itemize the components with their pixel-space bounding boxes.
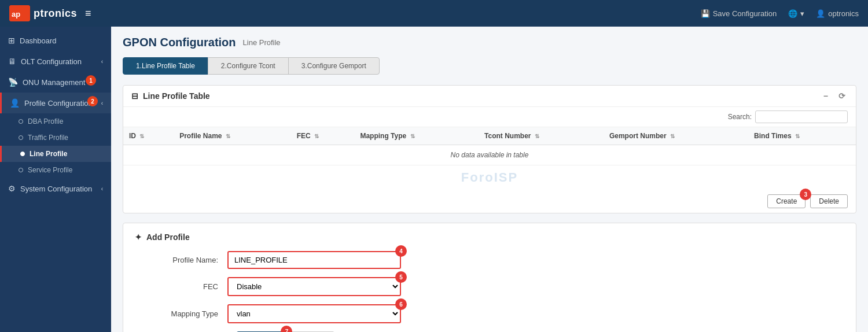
add-profile-title: ✦ Add Profile [135, 233, 844, 242]
mapping-type-label: Mapping Type [135, 309, 227, 318]
sidebar-sub-label: Service Profile [28, 166, 72, 174]
add-profile-label: Add Profile [146, 233, 190, 242]
col-fec[interactable]: FEC ⇅ [291, 127, 355, 145]
profile-name-input[interactable] [227, 251, 401, 269]
navbar-right: 💾 Save Configuration 🌐 ▾ 👤 optronics [701, 9, 859, 18]
main-layout: ⊞ Dashboard 🖥 OLT Configuration ‹ 📡 ONU … [0, 27, 868, 332]
add-profile-section: ✦ Add Profile Profile Name: 4 FEC Disabl… [123, 223, 856, 332]
minimize-icon[interactable]: − [821, 90, 830, 102]
chevron-left-icon: ‹ [101, 186, 103, 192]
tab-step2-label: 2.Configure Tcont [221, 62, 275, 70]
table-section-header: ⊟ Line Profile Table − ⟳ [123, 86, 856, 107]
onu-icon: 📡 [8, 78, 18, 87]
sidebar: ⊞ Dashboard 🖥 OLT Configuration ‹ 📡 ONU … [0, 27, 111, 332]
hamburger-icon[interactable]: ≡ [85, 8, 91, 20]
chevron-left-icon: ‹ [101, 58, 103, 65]
profile-name-label: Profile Name: [135, 256, 227, 264]
content-area: GPON Configuration Line Profile 1.Line P… [111, 27, 868, 332]
annotation-7: 7 [281, 326, 292, 332]
tab-step3[interactable]: 3.Configure Gemport [288, 57, 380, 75]
sidebar-item-service-profile[interactable]: Service Profile [0, 162, 111, 178]
sidebar-item-line-profile[interactable]: Line Profile [0, 146, 111, 162]
col-mapping-type[interactable]: Mapping Type ⇅ [354, 127, 479, 145]
line-profile-table-card: ⊟ Line Profile Table − ⟳ Search: ID ⇅ [123, 85, 856, 213]
circle-icon [19, 135, 23, 140]
save-icon: 💾 [701, 9, 710, 18]
col-profile-name[interactable]: Profile Name ⇅ [174, 127, 291, 145]
sidebar-item-dba-profile[interactable]: DBA Profile [0, 113, 111, 130]
chevron-left-icon: ‹ [101, 100, 103, 106]
page-subtitle: Line Profile [243, 38, 281, 47]
no-data-cell: No data available in table [123, 145, 856, 165]
profile-icon: 👤 [10, 98, 20, 108]
table-title: Line Profile Table [143, 91, 210, 101]
sidebar-item-dashboard[interactable]: ⊞ Dashboard [0, 30, 111, 51]
sidebar-item-olt-config[interactable]: 🖥 OLT Configuration ‹ [0, 51, 111, 72]
save-config-label: Save Configuration [713, 9, 777, 18]
sidebar-sub-label: Traffic Profile [28, 134, 68, 142]
table-icon: ⊟ [131, 91, 138, 101]
mapping-type-row: Mapping Type vlan gem priority 6 [135, 304, 844, 323]
sidebar-item-system-config[interactable]: ⚙ System Configuration ‹ [0, 178, 111, 199]
olt-icon: 🖥 [8, 57, 16, 66]
search-label: Search: [728, 113, 752, 121]
gpon-config-title: GPON Configuration [123, 36, 236, 49]
sidebar-sub-label: DBA Profile [28, 117, 63, 126]
tab-step1[interactable]: 1.Line Profile Table [123, 57, 208, 75]
logo: ap ptronics [9, 5, 77, 21]
annotation-5: 5 [395, 271, 407, 283]
col-bind-times[interactable]: Bind Times ⇅ [748, 127, 856, 145]
sidebar-item-profile-config[interactable]: 👤 Profile Configuration ‹ 2 [0, 93, 111, 113]
mapping-type-select[interactable]: vlan gem priority [227, 304, 401, 323]
table-actions: Create 3 Delete [123, 190, 856, 213]
profile-table: ID ⇅ Profile Name ⇅ FEC ⇅ Mapping Type ⇅… [123, 127, 856, 165]
add-icon: ✦ [135, 233, 142, 242]
tab-step2[interactable]: 2.Configure Tcont [208, 57, 289, 75]
sidebar-item-label: ONU Management [23, 78, 85, 87]
dashboard-icon: ⊞ [8, 36, 15, 45]
table-header-right: − ⟳ [821, 90, 848, 102]
fec-row: FEC Disable Enable 5 [135, 277, 844, 296]
logo-text: ptronics [34, 8, 77, 20]
tab-step1-label: 1.Line Profile Table [136, 62, 195, 70]
svg-text:ap: ap [12, 10, 20, 19]
table-header-left: ⊟ Line Profile Table [131, 91, 210, 101]
user-icon: 👤 [816, 9, 825, 18]
navbar-left: ap ptronics ≡ [9, 5, 91, 21]
globe-btn[interactable]: 🌐 ▾ [788, 9, 804, 18]
save-config-btn[interactable]: 💾 Save Configuration [701, 9, 777, 18]
table-row-empty: No data available in table [123, 145, 856, 165]
fec-label: FEC [135, 282, 227, 291]
profile-name-row: Profile Name: 4 [135, 251, 844, 269]
globe-arrow: ▾ [800, 9, 804, 18]
logo-icon: ap [9, 5, 30, 21]
navbar: ap ptronics ≡ 💾 Save Configuration 🌐 ▾ 👤… [0, 0, 868, 27]
sidebar-sub-label: Line Profile [30, 150, 67, 158]
col-gemport-number[interactable]: Gemport Number ⇅ [604, 127, 748, 145]
onu-badge: 1 [86, 75, 96, 86]
sidebar-item-label: Dashboard [20, 36, 57, 45]
sidebar-item-label: System Configuration [20, 185, 92, 193]
page-title: GPON Configuration Line Profile [123, 36, 856, 49]
col-id[interactable]: ID ⇅ [123, 127, 174, 145]
user-btn[interactable]: 👤 optronics [816, 9, 859, 18]
sidebar-item-label: Profile Configuration [24, 99, 93, 108]
fec-select[interactable]: Disable Enable [227, 277, 401, 296]
delete-button[interactable]: Delete [810, 194, 848, 208]
user-label: optronics [828, 9, 859, 18]
globe-icon: 🌐 [788, 9, 797, 18]
sidebar-item-label: OLT Configuration [21, 57, 82, 66]
refresh-icon[interactable]: ⟳ [836, 90, 848, 102]
col-tcont-number[interactable]: Tcont Number ⇅ [479, 127, 604, 145]
annotation-3: 3 [800, 189, 811, 200]
circle-icon [20, 152, 25, 156]
annotation-6: 6 [395, 298, 407, 310]
sidebar-item-onu-mgmt[interactable]: 📡 ONU Management 1 [0, 72, 111, 93]
table-controls: Search: [123, 107, 856, 127]
search-input[interactable] [755, 110, 848, 123]
circle-icon [19, 119, 23, 124]
sidebar-item-traffic-profile[interactable]: Traffic Profile [0, 130, 111, 146]
system-icon: ⚙ [8, 184, 16, 193]
circle-icon [19, 168, 23, 172]
profile-badge: 2 [87, 96, 98, 106]
